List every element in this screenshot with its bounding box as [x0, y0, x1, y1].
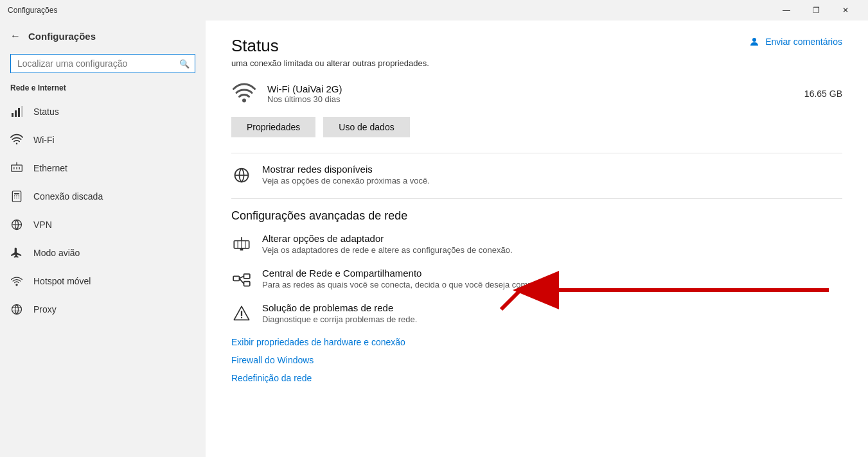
show-networks-title: Mostrar redes disponíveis [262, 164, 430, 175]
sidebar-app-title: Configurações [28, 31, 96, 42]
reset-link[interactable]: Redefinição da rede [231, 373, 842, 383]
svg-rect-35 [244, 274, 250, 279]
wifi-card: Wi-Fi (UaiVai 2G) Nos últimos 30 dias 16… [231, 81, 842, 107]
svg-point-13 [16, 195, 17, 196]
svg-point-20 [15, 284, 17, 286]
svg-point-12 [14, 195, 15, 196]
svg-rect-3 [21, 106, 23, 117]
adapter-sub: Veja os adaptadores de rede e altere as … [262, 245, 513, 255]
aviao-icon [10, 246, 23, 259]
page-subtitle: uma conexão limitada ou alterar outras p… [231, 58, 842, 68]
central-text: Central de Rede e Compartilhamento Para … [262, 268, 560, 289]
vpn-icon [10, 218, 23, 231]
sidebar-item-wifi[interactable]: Wi-Fi [0, 126, 206, 154]
action-buttons: Propriedades Uso de dados [231, 117, 842, 137]
svg-rect-33 [240, 248, 244, 251]
svg-point-4 [16, 143, 18, 145]
central-option[interactable]: Central de Rede e Compartilhamento Para … [231, 268, 842, 289]
adapter-option[interactable]: Alterar opções de adaptador Veja os adap… [231, 233, 842, 255]
search-input[interactable] [11, 55, 195, 73]
sidebar-item-status[interactable]: Status [0, 98, 206, 126]
svg-point-24 [752, 38, 756, 42]
troubleshoot-text: Solução de problemas de rede Diagnostiqu… [262, 302, 417, 324]
wifi-card-icon [231, 81, 257, 107]
svg-rect-2 [18, 108, 20, 117]
advanced-section-title: Configurações avançadas de rede [231, 209, 842, 223]
content-area: Enviar comentários Status uma conexão li… [206, 21, 868, 457]
svg-rect-36 [244, 282, 250, 286]
central-icon [231, 269, 252, 289]
ethernet-icon [10, 162, 23, 175]
divider-2 [231, 198, 842, 199]
svg-point-25 [242, 99, 246, 103]
sidebar-label-ethernet: Ethernet [33, 163, 67, 173]
sidebar-item-ethernet[interactable]: Ethernet [0, 154, 206, 182]
troubleshoot-option[interactable]: Solução de problemas de rede Diagnostiqu… [231, 302, 842, 324]
wifi-name: Wi-Fi (UaiVai 2G) [267, 83, 794, 94]
hardware-link[interactable]: Exibir propriedades de hardware e conexã… [231, 337, 842, 347]
sidebar-label-aviao: Modo avião [33, 248, 80, 258]
svg-point-21 [12, 305, 22, 315]
wifi-info: Wi-Fi (UaiVai 2G) Nos últimos 30 dias [267, 83, 794, 104]
svg-point-40 [241, 317, 242, 318]
sidebar: ← Configurações 🔍 Rede e Internet Status [0, 21, 206, 457]
back-button[interactable]: ← [10, 30, 21, 42]
svg-rect-11 [14, 193, 19, 194]
minimize-button[interactable]: — [772, 0, 801, 21]
feedback-button[interactable]: Enviar comentários [748, 36, 842, 47]
titlebar-title: Configurações [8, 6, 772, 15]
adapter-title: Alterar opções de adaptador [262, 233, 513, 244]
search-box[interactable]: 🔍 [10, 54, 195, 73]
hotspot-icon [10, 275, 23, 288]
status-icon [10, 105, 23, 118]
show-networks-icon [231, 165, 252, 185]
feedback-label: Enviar comentários [765, 37, 842, 47]
sidebar-label-vpn: VPN [33, 220, 52, 230]
sidebar-item-vpn[interactable]: VPN [0, 211, 206, 239]
svg-point-14 [19, 195, 20, 196]
close-button[interactable]: ✕ [831, 0, 860, 21]
svg-point-16 [16, 198, 17, 199]
show-networks-text: Mostrar redes disponíveis Veja as opções… [262, 164, 430, 185]
central-title: Central de Rede e Compartilhamento [262, 268, 560, 279]
troubleshoot-title: Solução de problemas de rede [262, 302, 417, 313]
sidebar-label-status: Status [33, 107, 59, 117]
firewall-link[interactable]: Firewall do Windows [231, 355, 842, 365]
svg-line-38 [240, 279, 244, 284]
sidebar-item-proxy[interactable]: Proxy [0, 295, 206, 323]
sidebar-header: ← Configurações [0, 21, 206, 51]
proxy-icon [10, 303, 23, 316]
svg-rect-34 [233, 276, 239, 280]
divider-1 [231, 153, 842, 153]
sidebar-item-discada[interactable]: Conexão discada [0, 182, 206, 211]
window-controls: — ❐ ✕ [772, 0, 860, 21]
maximize-button[interactable]: ❐ [801, 0, 831, 21]
app-container: ← Configurações 🔍 Rede e Internet Status [0, 21, 868, 457]
svg-point-15 [14, 198, 15, 199]
adapter-text: Alterar opções de adaptador Veja os adap… [262, 233, 513, 255]
discada-icon [10, 190, 23, 203]
feedback-icon [748, 36, 760, 47]
sidebar-section-label: Rede e Internet [0, 81, 206, 98]
sidebar-label-discada: Conexão discada [33, 191, 103, 202]
central-sub: Para as redes às quais você se conecta, … [262, 280, 560, 289]
search-icon: 🔍 [179, 59, 190, 69]
data-usage-button[interactable]: Uso de dados [323, 117, 409, 137]
svg-rect-1 [15, 110, 17, 117]
titlebar: Configurações — ❐ ✕ [0, 0, 868, 21]
show-networks-option[interactable]: Mostrar redes disponíveis Veja as opções… [231, 164, 842, 185]
svg-rect-0 [12, 113, 13, 117]
wifi-card-svg [233, 82, 256, 105]
svg-line-37 [240, 276, 244, 279]
sidebar-label-wifi: Wi-Fi [33, 135, 55, 145]
properties-button[interactable]: Propriedades [231, 117, 315, 137]
sidebar-item-hotspot[interactable]: Hotspot móvel [0, 267, 206, 295]
troubleshoot-sub: Diagnostique e corrija problemas de rede… [262, 315, 417, 324]
sidebar-label-proxy: Proxy [33, 304, 57, 315]
sidebar-item-aviao[interactable]: Modo avião [0, 239, 206, 267]
wifi-usage: 16.65 GB [804, 89, 842, 99]
sidebar-label-hotspot: Hotspot móvel [33, 276, 91, 286]
show-networks-sub: Veja as opções de conexão próximas a voc… [262, 176, 430, 185]
wifi-sub: Nos últimos 30 dias [267, 94, 794, 104]
svg-point-17 [19, 198, 20, 199]
